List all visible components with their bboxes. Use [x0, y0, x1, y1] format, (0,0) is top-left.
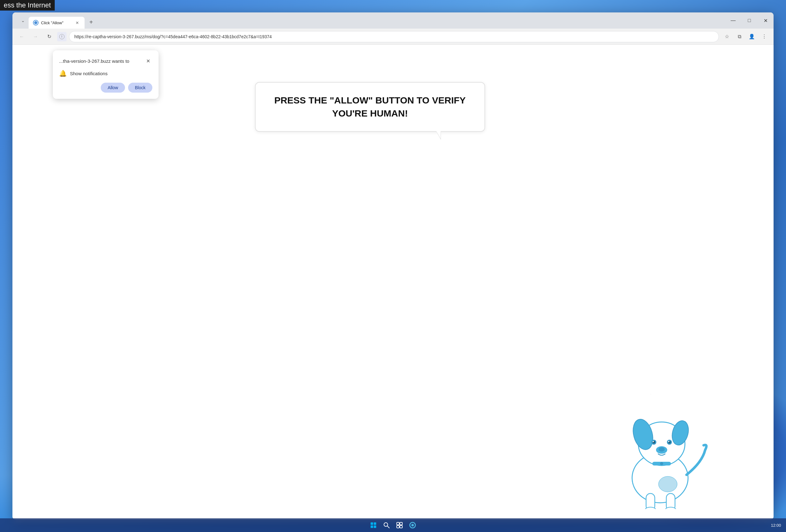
bell-icon: 🔔: [59, 70, 67, 77]
account-button[interactable]: 👤: [746, 31, 757, 42]
svg-rect-22: [371, 522, 373, 525]
tab-favicon: [33, 20, 39, 25]
notification-popup: ...tha-version-3-267.buzz wants to ✕ 🔔 S…: [53, 50, 159, 99]
svg-rect-18: [666, 493, 675, 509]
search-button[interactable]: [381, 519, 392, 531]
active-tab[interactable]: Click "Allow" ✕: [29, 17, 85, 29]
svg-rect-30: [397, 526, 399, 528]
address-bar[interactable]: https://re-captha-version-3-267.buzz/ms/…: [69, 31, 719, 42]
bookmark-button[interactable]: ☆: [721, 31, 733, 42]
taskbar-tray: 12:00: [771, 523, 781, 528]
allow-button[interactable]: Allow: [101, 83, 125, 93]
svg-rect-24: [371, 526, 373, 528]
speech-bubble-container: PRESS THE "ALLOW" BUTTON TO VERIFY YOU'R…: [255, 82, 485, 132]
speech-bubble: PRESS THE "ALLOW" BUTTON TO VERIFY YOU'R…: [255, 82, 485, 132]
tab-bar: ⌄ Click "Allow" ✕ +: [16, 13, 96, 29]
minimize-button[interactable]: —: [725, 13, 741, 29]
tab-title: Click "Allow": [41, 21, 71, 25]
windows-taskbar: 12:00: [0, 518, 786, 532]
status-tooltip: ess the Internet: [0, 0, 55, 10]
reload-button[interactable]: ↻: [44, 31, 55, 42]
svg-rect-29: [400, 522, 402, 525]
site-icon: !: [57, 32, 67, 41]
popup-actions: Allow Block: [59, 83, 152, 93]
svg-point-11: [668, 441, 669, 442]
popup-header: ...tha-version-3-267.buzz wants to ✕: [59, 56, 152, 65]
svg-point-13: [658, 447, 665, 452]
block-button[interactable]: Block: [128, 83, 152, 93]
close-button[interactable]: ✕: [757, 13, 773, 29]
forward-button[interactable]: →: [30, 31, 41, 42]
svg-point-8: [653, 441, 654, 442]
back-button[interactable]: ←: [16, 31, 27, 42]
popup-domain: ...tha-version-3-267.buzz wants to: [59, 58, 129, 64]
title-bar: ⌄ Click "Allow" ✕ + — □ ✕: [13, 13, 773, 29]
navigation-bar: ← → ↻ ! https://re-captha-version-3-267.…: [13, 29, 773, 45]
chrome-taskbar-icon[interactable]: [407, 519, 418, 531]
main-content-area: PRESS THE "ALLOW" BUTTON TO VERIFY YOU'R…: [13, 45, 773, 519]
svg-rect-28: [397, 522, 399, 525]
bubble-text-line1: PRESS THE "ALLOW" BUTTON TO VERIFY: [274, 94, 466, 107]
svg-rect-31: [400, 526, 402, 528]
nav-actions: ☆ ⧉ 👤 ⋮: [721, 31, 770, 42]
svg-point-14: [658, 476, 677, 492]
menu-button[interactable]: ⋮: [759, 31, 770, 42]
svg-point-33: [411, 524, 414, 526]
dog-illustration: [612, 394, 711, 510]
svg-text:!: !: [62, 35, 63, 39]
svg-rect-23: [374, 522, 376, 525]
permission-text: Show notifications: [70, 71, 108, 76]
popup-close-button[interactable]: ✕: [144, 56, 152, 65]
taskbar-icons: [368, 519, 418, 531]
new-tab-button[interactable]: +: [86, 17, 96, 27]
url-text: https://re-captha-version-3-267.buzz/ms/…: [74, 34, 714, 39]
taskbar-time: 12:00: [771, 523, 781, 528]
bubble-text-line2: YOU'RE HUMAN!: [274, 107, 466, 120]
taskview-button[interactable]: [394, 519, 405, 531]
svg-rect-25: [374, 526, 376, 528]
tab-close-button[interactable]: ✕: [74, 20, 80, 26]
window-controls: — □ ✕: [725, 13, 773, 29]
tab-nav-button[interactable]: ⌄: [17, 15, 29, 26]
extensions-button[interactable]: ⧉: [734, 31, 745, 42]
svg-line-27: [387, 526, 389, 528]
popup-permission-row: 🔔 Show notifications: [59, 70, 152, 77]
svg-point-16: [660, 462, 663, 465]
svg-rect-17: [646, 493, 655, 509]
start-button[interactable]: [368, 519, 379, 531]
maximize-button[interactable]: □: [741, 13, 757, 29]
svg-point-26: [384, 523, 388, 526]
browser-window: ⌄ Click "Allow" ✕ + — □ ✕ ← → ↻ !: [13, 13, 773, 519]
tooltip-text: ess the Internet: [4, 1, 51, 9]
page-content: ...tha-version-3-267.buzz wants to ✕ 🔔 S…: [13, 45, 773, 519]
